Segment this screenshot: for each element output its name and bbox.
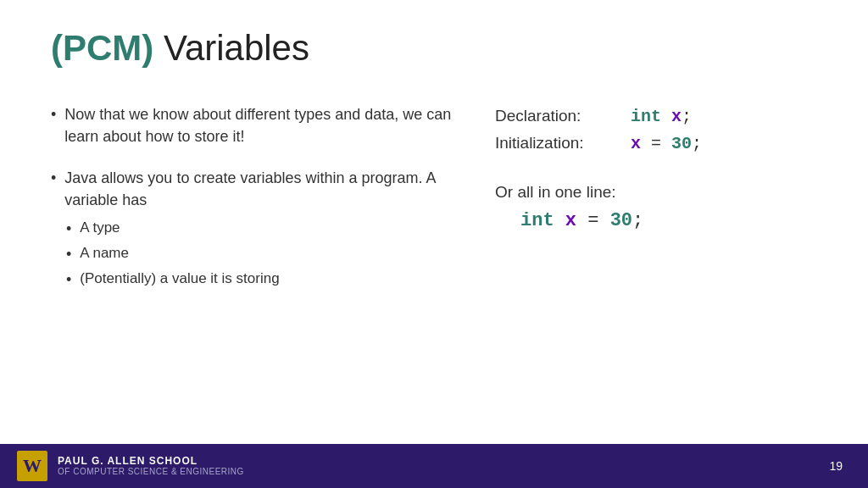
oneline-semi: ;	[632, 210, 643, 231]
uw-w-logo: W	[17, 451, 47, 481]
content-area: • Now that we know about different types…	[0, 86, 868, 309]
bullet-dot-1: •	[51, 104, 56, 125]
title-area: (PCM) Variables	[0, 0, 868, 86]
title-pcm: (PCM)	[51, 28, 153, 68]
bullet-text-2: Java allows you to create variables with…	[64, 167, 461, 211]
init-equals: =	[641, 134, 671, 153]
footer-logo: W PAUL G. ALLEN SCHOOL OF COMPUTER SCIEN…	[17, 451, 244, 481]
slide-title: (PCM) Variables	[51, 27, 817, 69]
decl-semi: ;	[682, 107, 692, 126]
sub-bullet-text-1: A type	[80, 218, 120, 238]
sub-dot-1: •	[66, 219, 71, 240]
declaration-code: int x;	[631, 103, 692, 130]
right-column: Declaration: int x; Initialization: x = …	[495, 95, 817, 309]
initialization-label: Initialization:	[495, 130, 631, 156]
initialization-line: Initialization: x = 30;	[495, 130, 817, 158]
left-column: • Now that we know about different types…	[51, 95, 461, 309]
footer-text-block: PAUL G. ALLEN SCHOOL OF COMPUTER SCIENCE…	[58, 456, 244, 476]
one-line-section: Or all in one line: int x = 30;	[495, 183, 817, 235]
sub-bullet-list: • A type • A name • (Potentially) a valu…	[66, 218, 280, 291]
bullet-text-1: Now that we know about different types a…	[64, 103, 461, 147]
sub-bullet-2: • A name	[66, 243, 280, 265]
init-semi: ;	[692, 134, 702, 153]
bullet-1: • Now that we know about different types…	[51, 103, 461, 147]
decl-x: x	[671, 107, 682, 126]
sub-bullet-text-2: A name	[80, 243, 129, 263]
decl-int: int	[631, 107, 661, 126]
school-dept: OF COMPUTER SCIENCE & ENGINEERING	[58, 467, 244, 476]
decl-space	[661, 107, 671, 126]
slide: (PCM) Variables • Now that we know about…	[0, 0, 868, 488]
bullet-dot-2: •	[51, 168, 56, 189]
page-number: 19	[829, 459, 843, 473]
sub-bullet-text-3: (Potentially) a value it is storing	[80, 269, 279, 289]
sub-bullet-1: • A type	[66, 218, 280, 240]
sub-bullet-3: • (Potentially) a value it is storing	[66, 269, 280, 291]
sub-dot-2: •	[66, 244, 71, 265]
declaration-section: Declaration: int x; Initialization: x = …	[495, 103, 817, 158]
oneline-equals: =	[576, 210, 610, 231]
one-line-code: int x = 30;	[495, 207, 817, 235]
oneline-30: 30	[610, 210, 632, 231]
or-line-label: Or all in one line:	[495, 183, 817, 202]
declaration-label: Declaration:	[495, 103, 631, 129]
sub-dot-3: •	[66, 269, 71, 291]
declaration-line: Declaration: int x;	[495, 103, 817, 130]
bullet-2: • Java allows you to create variables wi…	[51, 167, 461, 291]
init-30: 30	[671, 134, 692, 153]
init-x: x	[631, 134, 641, 153]
title-rest: Variables	[153, 28, 309, 68]
school-name: PAUL G. ALLEN SCHOOL	[58, 456, 244, 467]
footer: W PAUL G. ALLEN SCHOOL OF COMPUTER SCIEN…	[0, 444, 868, 488]
oneline-x: x	[565, 210, 576, 231]
oneline-int: int	[520, 210, 554, 231]
oneline-space1	[554, 210, 565, 231]
initialization-code: x = 30;	[631, 130, 702, 158]
